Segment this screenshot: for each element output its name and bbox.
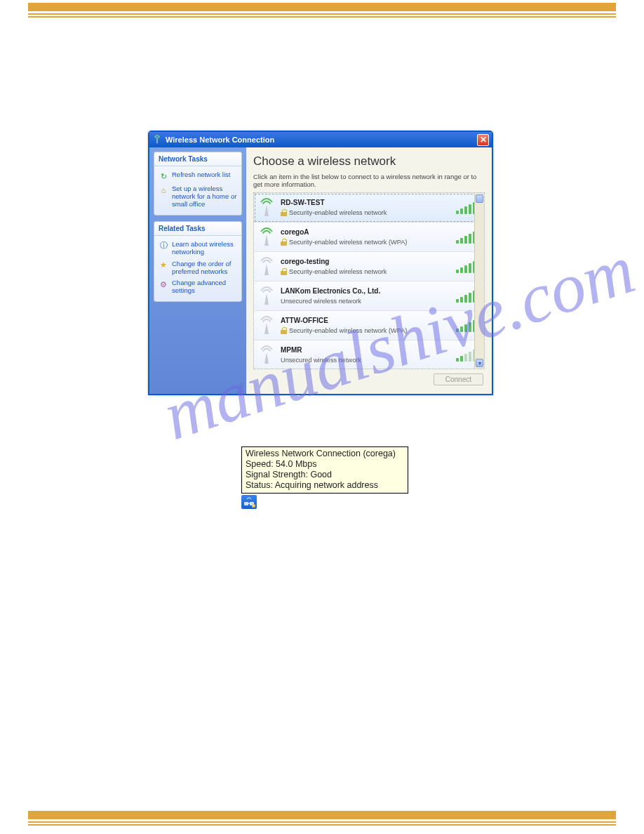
antenna-icon bbox=[257, 286, 276, 307]
network-ssid: LANKom Electronics Co., Ltd. bbox=[281, 287, 452, 295]
setup-icon: ⌂ bbox=[159, 185, 168, 195]
sidebar: Network Tasks ↻ Refresh network list ⌂ S… bbox=[149, 147, 246, 394]
antenna-icon bbox=[257, 256, 276, 277]
network-ssid: ATTW-OFFICE bbox=[281, 317, 452, 324]
refresh-network-list-link[interactable]: ↻ Refresh network list bbox=[157, 169, 239, 183]
network-item[interactable]: LANKom Electronics Co., Ltd. Unsecured w… bbox=[254, 282, 484, 311]
task-label: Refresh network list bbox=[172, 171, 230, 181]
task-label: Set up a wireless network for a home or … bbox=[172, 185, 237, 208]
network-ssid: RD-SW-TEST bbox=[281, 199, 452, 206]
network-security: Security-enabled wireless network (WPA) bbox=[289, 327, 407, 334]
lock-icon bbox=[281, 268, 287, 275]
antenna-icon bbox=[257, 197, 276, 218]
network-ssid: corego-testing bbox=[281, 258, 452, 265]
close-button[interactable]: ✕ bbox=[477, 134, 489, 146]
network-security: Unsecured wireless network bbox=[281, 298, 361, 305]
status-dot-icon bbox=[252, 504, 255, 508]
star-icon: ★ bbox=[159, 260, 168, 270]
connect-button[interactable]: Connect bbox=[434, 373, 483, 385]
scroll-down-button[interactable]: ▾ bbox=[476, 359, 483, 367]
antenna-icon bbox=[257, 345, 276, 366]
antenna-icon bbox=[257, 315, 276, 336]
learn-about-wireless-link[interactable]: ⓘ Learn about wireless networking bbox=[157, 239, 239, 258]
tooltip-line: Signal Strength: Good bbox=[246, 470, 404, 480]
bottom-bar bbox=[28, 811, 616, 819]
network-list: RD-SW-TEST Security-enabled wireless net… bbox=[253, 192, 485, 369]
scroll-thumb[interactable] bbox=[476, 194, 483, 203]
change-order-link[interactable]: ★ Change the order of preferred networks bbox=[157, 258, 239, 278]
titlebar[interactable]: Wireless Network Connection ✕ bbox=[149, 132, 492, 147]
change-advanced-link[interactable]: ⚙ Change advanced settings bbox=[157, 277, 239, 297]
task-label: Change the order of preferred networks bbox=[172, 260, 237, 276]
bottom-rule bbox=[28, 821, 616, 826]
network-item[interactable]: coregoA Security-enabled wireless networ… bbox=[254, 223, 484, 252]
network-security: Security-enabled wireless network bbox=[289, 268, 387, 275]
task-label: Change advanced settings bbox=[172, 279, 237, 295]
network-item[interactable]: RD-SW-TEST Security-enabled wireless net… bbox=[254, 193, 484, 223]
lock-icon bbox=[281, 239, 287, 246]
top-bar bbox=[28, 3, 616, 11]
tooltip-line: Wireless Network Connection (corega) bbox=[246, 449, 404, 459]
task-label: Learn about wireless networking bbox=[172, 241, 237, 256]
refresh-icon: ↻ bbox=[159, 171, 168, 181]
window-title: Wireless Network Connection bbox=[166, 135, 274, 144]
network-ssid: MPMR bbox=[281, 346, 452, 354]
network-ssid: coregoA bbox=[281, 228, 452, 236]
scrollbar[interactable]: ▾ bbox=[474, 193, 484, 369]
panel-header-network-tasks: Network Tasks bbox=[154, 152, 241, 166]
network-security: Security-enabled wireless network bbox=[289, 209, 387, 216]
network-item[interactable]: MPMR Unsecured wireless network bbox=[254, 340, 484, 369]
tooltip-line: Status: Acquiring network address bbox=[246, 480, 404, 491]
tray-tooltip: Wireless Network Connection (corega) Spe… bbox=[241, 446, 408, 494]
setup-wireless-link[interactable]: ⌂ Set up a wireless network for a home o… bbox=[157, 183, 239, 211]
wireless-icon bbox=[152, 135, 162, 145]
network-item[interactable]: ATTW-OFFICE Security-enabled wireless ne… bbox=[254, 311, 484, 340]
lock-icon bbox=[281, 327, 287, 334]
network-item[interactable]: corego-testing Security-enabled wireless… bbox=[254, 252, 484, 282]
info-icon: ⓘ bbox=[159, 241, 168, 251]
tray-wireless-icon[interactable] bbox=[241, 495, 257, 509]
svg-rect-0 bbox=[156, 138, 157, 143]
wireless-window: Wireless Network Connection ✕ Network Ta… bbox=[148, 131, 493, 395]
network-security: Security-enabled wireless network (WPA) bbox=[289, 239, 407, 246]
network-security: Unsecured wireless network bbox=[281, 357, 361, 364]
main-heading: Choose a wireless network bbox=[253, 154, 485, 168]
top-rule bbox=[28, 13, 616, 18]
gear-icon: ⚙ bbox=[159, 279, 168, 289]
lock-icon bbox=[281, 209, 287, 216]
main-subtext: Click an item in the list below to conne… bbox=[253, 173, 485, 188]
antenna-icon bbox=[257, 227, 276, 248]
tooltip-line: Speed: 54.0 Mbps bbox=[246, 459, 404, 470]
panel-header-related-tasks: Related Tasks bbox=[154, 222, 241, 236]
